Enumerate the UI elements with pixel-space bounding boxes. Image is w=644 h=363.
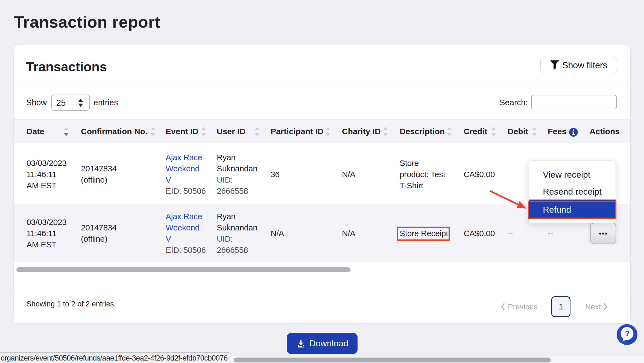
- svg-text:?: ?: [625, 329, 630, 338]
